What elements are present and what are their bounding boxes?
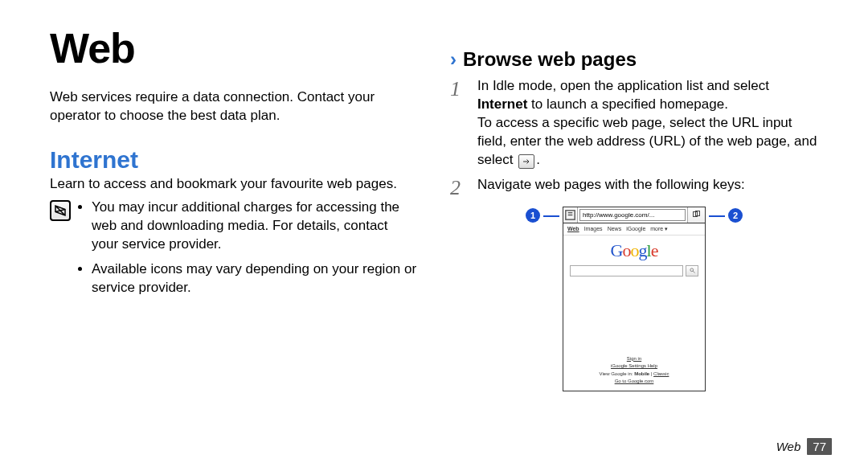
- callout-1: 1: [526, 208, 540, 223]
- nav-news[interactable]: News: [608, 226, 622, 232]
- search-input[interactable]: [570, 265, 683, 276]
- sub-heading: Browse web pages: [463, 48, 637, 71]
- step1-text-2b: .: [536, 152, 540, 167]
- intro-text: Web services require a data connection. …: [50, 88, 418, 125]
- nav-web[interactable]: Web: [567, 226, 579, 232]
- footer-links[interactable]: iGoogle Settings Help: [611, 363, 657, 368]
- phone-footer: Sign in iGoogle Settings Help View Googl…: [563, 354, 705, 391]
- step1-text-c: to launch a specified homepage.: [527, 96, 728, 112]
- svg-line-7: [693, 271, 694, 272]
- page-title: Web: [50, 24, 418, 72]
- callout-line-left: [543, 215, 559, 217]
- note-icon: [50, 200, 71, 221]
- footer-view-a: View Google in:: [600, 371, 635, 376]
- google-logo: Google: [611, 240, 658, 261]
- google-nav: Web Images News iGoogle more ▾: [563, 223, 705, 236]
- note-item-1: You may incur additional charges for acc…: [92, 199, 418, 254]
- step-1: 1 In Idle mode, open the application lis…: [450, 77, 818, 170]
- nav-more[interactable]: more ▾: [650, 226, 668, 232]
- footer-view-classic[interactable]: Classic: [653, 371, 669, 376]
- footer-label: Web: [776, 440, 801, 453]
- section-title-internet: Internet: [50, 146, 418, 174]
- svg-point-6: [690, 268, 693, 272]
- callout-line-right: [709, 215, 725, 217]
- nav-images[interactable]: Images: [584, 226, 603, 232]
- footer-signin[interactable]: Sign in: [627, 356, 641, 361]
- page-number: 77: [807, 438, 832, 455]
- windows-button[interactable]: [687, 207, 705, 223]
- phone-mockup: http://www.google.com/... Web Images New…: [563, 207, 706, 391]
- search-button[interactable]: [686, 265, 698, 276]
- page-favicon-icon: [563, 207, 578, 223]
- phone-diagram: 1 http://www.google.com/... Web Images N…: [450, 207, 818, 391]
- url-input[interactable]: http://www.google.com/...: [579, 209, 686, 221]
- go-arrow-button[interactable]: [518, 154, 534, 169]
- page-footer: Web 77: [776, 438, 832, 455]
- nav-igoogle[interactable]: iGoogle: [626, 226, 645, 232]
- right-column: › Browse web pages 1 In Idle mode, open …: [450, 24, 818, 431]
- step-number: 1: [450, 79, 468, 170]
- footer-goto[interactable]: Go to Google.com: [615, 379, 654, 383]
- left-column: Web Web services require a data connecti…: [50, 24, 418, 431]
- chevron-right-icon: ›: [450, 50, 457, 69]
- step-number: 2: [450, 178, 468, 199]
- step1-strong: Internet: [477, 96, 527, 112]
- step-2: 2 Navigate web pages with the following …: [450, 176, 818, 199]
- section-desc: Learn to access and bookmark your favour…: [50, 175, 418, 194]
- note-item-2: Available icons may vary depending on yo…: [92, 260, 418, 297]
- note-block: You may incur additional charges for acc…: [50, 199, 418, 304]
- step1-text-a: In Idle mode, open the application list …: [477, 78, 769, 93]
- callout-2: 2: [728, 208, 743, 223]
- step2-text: Navigate web pages with the following ke…: [477, 176, 818, 199]
- footer-view-mobile: Mobile: [634, 371, 649, 376]
